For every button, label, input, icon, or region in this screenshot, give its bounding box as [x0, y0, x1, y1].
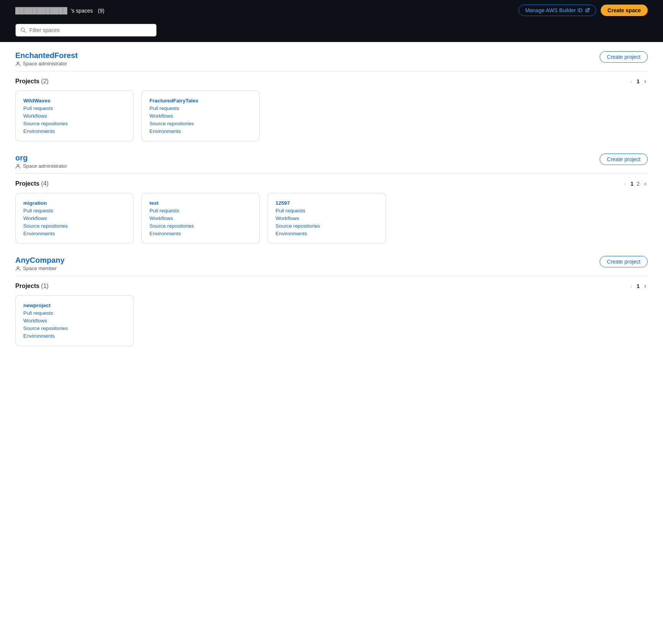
- project-link-workflows-newproject[interactable]: Workflows: [23, 318, 126, 324]
- project-link-environments-test[interactable]: Environments: [149, 231, 252, 236]
- header-title-prefix: ████████████: [15, 7, 67, 14]
- person-icon: [15, 266, 21, 271]
- projects-label-anycompany: Projects (1): [15, 283, 49, 290]
- project-link-pull-requests-12597[interactable]: Pull requests: [276, 208, 378, 214]
- manage-button-label: Manage AWS Builder ID: [525, 7, 582, 13]
- external-link-icon: [585, 8, 590, 13]
- projects-count: (4): [41, 180, 49, 187]
- create-project-button-enchanted-forest[interactable]: Create project: [600, 51, 648, 63]
- projects-text: Projects: [15, 180, 39, 187]
- filter-spaces-input[interactable]: [29, 27, 152, 33]
- create-project-button-org[interactable]: Create project: [600, 154, 648, 165]
- project-link-source-repositories-newproject[interactable]: Source repositories: [23, 325, 126, 331]
- projects-count: (1): [41, 283, 49, 289]
- space-role-org: Space administrator: [15, 163, 67, 169]
- project-card-12597: 12597Pull requestsWorkflowsSource reposi…: [267, 193, 386, 244]
- project-link-environments-12597[interactable]: Environments: [276, 231, 378, 236]
- project-link-environments-FracturedFairyTales[interactable]: Environments: [149, 128, 252, 134]
- pagination-page-2-org[interactable]: 2: [637, 181, 640, 187]
- project-link-pull-requests-migration[interactable]: Pull requests: [23, 208, 126, 214]
- project-name-test[interactable]: test: [149, 200, 252, 206]
- projects-header-enchanted-forest: Projects (2)‹1›: [15, 78, 648, 85]
- projects-label-enchanted-forest: Projects (2): [15, 78, 49, 85]
- project-link-pull-requests-test[interactable]: Pull requests: [149, 208, 252, 214]
- project-link-pull-requests-WildWaves[interactable]: Pull requests: [23, 105, 126, 111]
- project-link-source-repositories-12597[interactable]: Source repositories: [276, 223, 378, 229]
- project-link-workflows-migration[interactable]: Workflows: [23, 215, 126, 221]
- pagination-prev-enchanted-forest[interactable]: ‹: [629, 78, 634, 85]
- space-header-org: orgSpace administratorCreate project: [15, 154, 648, 169]
- project-link-environments-newproject[interactable]: Environments: [23, 333, 126, 339]
- person-icon: [15, 61, 21, 66]
- project-link-pull-requests-newproject[interactable]: Pull requests: [23, 310, 126, 316]
- space-section-enchanted-forest: EnchantedForestSpace administratorCreate…: [15, 51, 648, 141]
- projects-grid-org: migrationPull requestsWorkflowsSource re…: [15, 193, 648, 244]
- manage-aws-builder-id-button[interactable]: Manage AWS Builder ID: [519, 5, 596, 16]
- projects-label-org: Projects (4): [15, 180, 49, 187]
- space-left-anycompany: AnyCompanySpace member: [15, 256, 65, 271]
- pagination-prev-anycompany[interactable]: ‹: [629, 282, 634, 290]
- project-card-newproject: newprojectPull requestsWorkflowsSource r…: [15, 295, 134, 346]
- create-space-button[interactable]: Create space: [601, 5, 648, 16]
- svg-point-4: [17, 267, 19, 269]
- divider-org: [15, 173, 648, 174]
- space-section-org: orgSpace administratorCreate projectProj…: [15, 154, 648, 244]
- project-link-source-repositories-test[interactable]: Source repositories: [149, 223, 252, 229]
- project-link-source-repositories-FracturedFairyTales[interactable]: Source repositories: [149, 121, 252, 126]
- project-link-source-repositories-migration[interactable]: Source repositories: [23, 223, 126, 229]
- main-content: EnchantedForestSpace administratorCreate…: [0, 42, 663, 367]
- divider-anycompany: [15, 276, 648, 276]
- projects-text: Projects: [15, 78, 39, 84]
- svg-line-1: [24, 31, 26, 32]
- search-bar-container: [0, 21, 663, 42]
- space-role-anycompany: Space member: [15, 265, 65, 271]
- header-buttons: Manage AWS Builder ID Create space: [519, 5, 648, 16]
- project-card-test: testPull requestsWorkflowsSource reposit…: [141, 193, 260, 244]
- pagination-org: ‹12›: [622, 180, 648, 188]
- project-link-workflows-12597[interactable]: Workflows: [276, 215, 378, 221]
- project-card-WildWaves: WildWavesPull requestsWorkflowsSource re…: [15, 91, 134, 141]
- project-name-12597[interactable]: 12597: [276, 200, 378, 206]
- project-link-workflows-test[interactable]: Workflows: [149, 215, 252, 221]
- project-link-environments-WildWaves[interactable]: Environments: [23, 128, 126, 134]
- projects-count: (2): [41, 78, 49, 84]
- projects-header-org: Projects (4)‹12›: [15, 180, 648, 188]
- svg-point-2: [17, 62, 19, 64]
- project-name-WildWaves[interactable]: WildWaves: [23, 98, 126, 104]
- project-card-FracturedFairyTales: FracturedFairyTalesPull requestsWorkflow…: [141, 91, 260, 141]
- projects-text: Projects: [15, 283, 39, 289]
- project-link-pull-requests-FracturedFairyTales[interactable]: Pull requests: [149, 105, 252, 111]
- search-bar: [15, 24, 157, 37]
- space-left-enchanted-forest: EnchantedForestSpace administrator: [15, 51, 78, 66]
- space-name-enchanted-forest[interactable]: EnchantedForest: [15, 51, 78, 60]
- project-link-workflows-WildWaves[interactable]: Workflows: [23, 113, 126, 119]
- space-left-org: orgSpace administrator: [15, 154, 67, 169]
- project-link-environments-migration[interactable]: Environments: [23, 231, 126, 236]
- pagination-next-org[interactable]: ›: [643, 180, 648, 188]
- project-link-workflows-FracturedFairyTales[interactable]: Workflows: [149, 113, 252, 119]
- project-name-migration[interactable]: migration: [23, 200, 126, 206]
- pagination-prev-org[interactable]: ‹: [622, 180, 627, 188]
- project-name-FracturedFairyTales[interactable]: FracturedFairyTales: [149, 98, 252, 104]
- pagination-page-1-org: 1: [631, 181, 634, 187]
- project-link-source-repositories-WildWaves[interactable]: Source repositories: [23, 121, 126, 126]
- person-icon: [15, 163, 21, 169]
- spaces-count: (9): [98, 8, 104, 14]
- projects-grid-enchanted-forest: WildWavesPull requestsWorkflowsSource re…: [15, 91, 648, 141]
- space-name-anycompany[interactable]: AnyCompany: [15, 256, 65, 264]
- header: ████████████ 's spaces (9) Manage AWS Bu…: [0, 0, 663, 21]
- projects-header-anycompany: Projects (1)‹1›: [15, 282, 648, 290]
- project-name-newproject[interactable]: newproject: [23, 303, 126, 308]
- pagination-page-1-anycompany: 1: [637, 283, 640, 289]
- pagination-anycompany: ‹1›: [629, 282, 648, 290]
- space-role-enchanted-forest: Space administrator: [15, 61, 78, 66]
- space-name-org[interactable]: org: [15, 154, 28, 162]
- pagination-page-1-enchanted-forest: 1: [637, 78, 640, 84]
- pagination-next-enchanted-forest[interactable]: ›: [643, 78, 648, 85]
- space-header-enchanted-forest: EnchantedForestSpace administratorCreate…: [15, 51, 648, 66]
- create-project-button-anycompany[interactable]: Create project: [600, 256, 648, 267]
- pagination-next-anycompany[interactable]: ›: [643, 282, 648, 290]
- project-card-migration: migrationPull requestsWorkflowsSource re…: [15, 193, 134, 244]
- projects-grid-anycompany: newprojectPull requestsWorkflowsSource r…: [15, 295, 648, 346]
- header-title: ████████████ 's spaces (9): [15, 6, 106, 15]
